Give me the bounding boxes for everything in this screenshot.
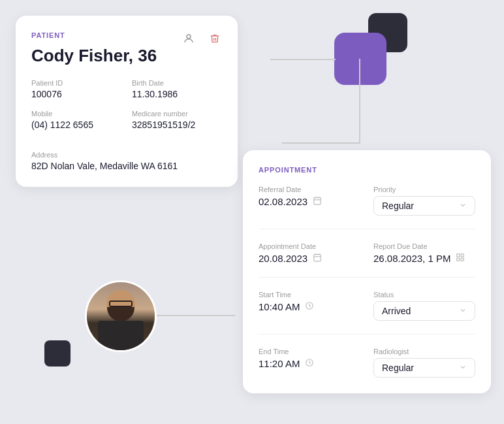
svg-rect-9 bbox=[457, 254, 460, 257]
mobile-field: Mobile (04) 1122 6565 bbox=[31, 110, 121, 130]
end-time-label: End Time bbox=[259, 348, 360, 355]
svg-point-0 bbox=[187, 35, 191, 39]
appointment-row-1: Referral Date 02.08.2023 Priority Regula… bbox=[259, 186, 475, 216]
end-clock-icon bbox=[305, 358, 314, 369]
appointment-card: APPOINTMENT Referral Date 02.08.2023 Pri… bbox=[243, 150, 491, 393]
birth-date-value: 11.30.1986 bbox=[132, 89, 222, 99]
appointment-row-4: End Time 11:20 AM Radiologist Regular bbox=[259, 348, 475, 378]
avatar bbox=[85, 280, 157, 352]
status-field: Status Arrived bbox=[373, 291, 475, 321]
end-time-value: 11:20 AM bbox=[259, 358, 360, 369]
divider-1 bbox=[259, 229, 475, 229]
birth-date-field: Birth Date 11.30.1986 bbox=[132, 79, 222, 99]
appointment-date-label: Appointment Date bbox=[259, 242, 360, 250]
svg-rect-11 bbox=[457, 258, 460, 261]
priority-chevron bbox=[459, 201, 467, 211]
patient-name: Cody Fisher, 36 bbox=[31, 46, 222, 66]
status-value: Arrived bbox=[382, 306, 411, 316]
appointment-row-3: Start Time 10:40 AM Status Arrived bbox=[259, 291, 475, 321]
appointment-date-field: Appointment Date 20.08.2023 bbox=[259, 242, 360, 264]
report-due-value: 26.08.2023, 1 PM bbox=[373, 253, 475, 264]
report-due-label: Report Due Date bbox=[373, 242, 475, 250]
referral-date-value: 02.08.2023 bbox=[259, 196, 360, 207]
appt-calendar-icon bbox=[313, 253, 322, 264]
mobile-label: Mobile bbox=[31, 110, 121, 118]
priority-dropdown[interactable]: Regular bbox=[373, 196, 475, 216]
appointment-section-label: APPOINTMENT bbox=[259, 166, 475, 174]
radiologist-label: Radiologist bbox=[373, 348, 475, 355]
connector-v bbox=[359, 59, 360, 144]
report-due-field: Report Due Date 26.08.2023, 1 PM bbox=[373, 242, 475, 264]
medicare-field: Medicare number 32851951519/2 bbox=[132, 110, 222, 130]
radiologist-chevron bbox=[459, 363, 467, 373]
svg-rect-12 bbox=[462, 258, 464, 261]
appointment-row-2: Appointment Date 20.08.2023 Report Due D… bbox=[259, 242, 475, 264]
radiologist-dropdown[interactable]: Regular bbox=[373, 358, 475, 378]
start-time-value: 10:40 AM bbox=[259, 301, 360, 312]
avatar-connector bbox=[157, 315, 235, 316]
mobile-value: (04) 1122 6565 bbox=[31, 120, 121, 130]
grid-icon bbox=[456, 253, 465, 264]
birth-date-label: Birth Date bbox=[132, 79, 222, 87]
divider-3 bbox=[259, 334, 475, 334]
connector-h2 bbox=[282, 142, 360, 144]
divider-2 bbox=[259, 277, 475, 278]
referral-date-label: Referral Date bbox=[259, 186, 360, 193]
svg-rect-1 bbox=[314, 197, 321, 204]
address-value: 82D Nolan Vale, Medaville WA 6161 bbox=[31, 161, 222, 171]
radiologist-value: Regular bbox=[382, 363, 414, 373]
delete-icon-button[interactable] bbox=[205, 29, 225, 48]
status-label: Status bbox=[373, 291, 475, 299]
priority-label: Priority bbox=[373, 186, 475, 193]
patient-id-value: 100076 bbox=[31, 89, 121, 99]
referral-date-field: Referral Date 02.08.2023 bbox=[259, 186, 360, 216]
start-time-field: Start Time 10:40 AM bbox=[259, 291, 360, 321]
patient-id-label: Patient ID bbox=[31, 79, 121, 87]
end-time-field: End Time 11:20 AM bbox=[259, 348, 360, 378]
background: PATIENT Cody Fisher, 36 Patient ID 10007… bbox=[0, 0, 504, 424]
status-chevron bbox=[459, 306, 467, 316]
shape-purple bbox=[334, 33, 386, 85]
address-field: Address 82D Nolan Vale, Medaville WA 616… bbox=[31, 151, 222, 171]
priority-value: Regular bbox=[382, 201, 414, 211]
medicare-label: Medicare number bbox=[132, 110, 222, 118]
user-icon-button[interactable] bbox=[179, 29, 198, 48]
start-time-label: Start Time bbox=[259, 291, 360, 299]
svg-rect-5 bbox=[314, 254, 321, 261]
priority-field: Priority Regular bbox=[373, 186, 475, 216]
medicare-value: 32851951519/2 bbox=[132, 120, 222, 130]
radiologist-field: Radiologist Regular bbox=[373, 348, 475, 378]
referral-calendar-icon bbox=[313, 196, 322, 207]
connector-h bbox=[270, 59, 336, 60]
appointment-date-value: 20.08.2023 bbox=[259, 253, 360, 264]
patient-card: PATIENT Cody Fisher, 36 Patient ID 10007… bbox=[16, 16, 238, 187]
shape-small bbox=[44, 340, 71, 367]
start-clock-icon bbox=[305, 301, 314, 312]
address-label: Address bbox=[31, 151, 222, 159]
svg-rect-10 bbox=[462, 254, 464, 257]
patient-id-field: Patient ID 100076 bbox=[31, 79, 121, 99]
status-dropdown[interactable]: Arrived bbox=[373, 301, 475, 321]
